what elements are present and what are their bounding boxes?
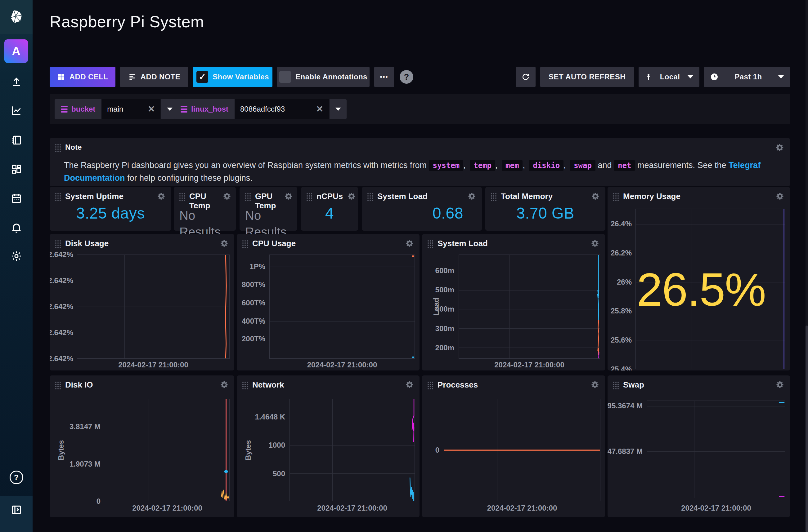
separator: , — [463, 160, 466, 170]
sidebar-item-alerts[interactable] — [0, 221, 33, 234]
variable-bucket-label[interactable]: bucket — [55, 99, 102, 119]
x-axis-label: 2024-02-17 21:00:00 — [105, 504, 229, 512]
scrollbar-track[interactable] — [806, 0, 808, 532]
cell-settings-button[interactable] — [776, 380, 785, 389]
plot-area — [459, 254, 600, 359]
x-axis-label: 2024-02-17 21:00:00 — [444, 504, 601, 512]
add-cell-button[interactable]: ADD CELL — [50, 66, 115, 87]
influxdb-cubo-icon — [8, 9, 24, 25]
cell-settings-button[interactable] — [405, 380, 414, 389]
help-icon: ? — [10, 471, 23, 484]
drag-handle[interactable] — [491, 193, 496, 201]
page-title: Raspberry Pi System — [50, 13, 204, 31]
drag-handle[interactable] — [55, 193, 61, 201]
stat-cell-system-load: System Load 0.68 — [362, 187, 482, 231]
sidebar-item-notebooks[interactable] — [0, 133, 33, 147]
cell-settings-button[interactable] — [223, 192, 232, 201]
help-question-glyph: ? — [14, 473, 19, 482]
chart-cell-processes: Processes 0 2024-02-17 21:00:00 — [422, 376, 605, 517]
stat-value: 3.25 days — [50, 204, 171, 222]
gear-icon — [591, 239, 600, 248]
drag-handle[interactable] — [307, 193, 312, 201]
variable-bucket: bucket main ✕ — [55, 99, 178, 119]
graph-icon — [11, 104, 22, 116]
dashboard-overflow-menu-button[interactable]: ••• — [374, 66, 394, 87]
drag-handle[interactable] — [427, 240, 433, 248]
cell-settings-button[interactable] — [347, 192, 356, 201]
add-cell-label: ADD CELL — [70, 73, 108, 81]
single-stat-overlay: 26.5% — [626, 263, 776, 317]
sidebar-item-data-explorer[interactable] — [0, 103, 33, 117]
timezone-dropdown[interactable]: Local — [639, 66, 699, 87]
gear-icon — [775, 143, 785, 152]
sidebar-expand-button[interactable] — [0, 503, 33, 516]
sidebar-item-settings[interactable] — [0, 249, 33, 263]
clear-value-icon[interactable]: ✕ — [148, 105, 155, 113]
drag-handle[interactable] — [55, 382, 61, 390]
gear-icon — [405, 380, 414, 389]
variable-bucket-value[interactable]: main ✕ — [102, 99, 161, 119]
enable-annotations-toggle[interactable]: Enable Annotations — [277, 66, 370, 87]
drag-handle[interactable] — [242, 240, 248, 248]
drag-lines-icon — [181, 106, 187, 113]
stat-cell-cpu-temp: CPU Temp No Results — [174, 187, 236, 231]
cell-title: System Uptime — [65, 192, 124, 201]
clear-value-icon[interactable]: ✕ — [316, 105, 323, 113]
drag-handle[interactable] — [179, 193, 185, 201]
cell-settings-button[interactable] — [591, 380, 600, 389]
x-axis-label: 2024-02-17 21:00:00 — [459, 361, 600, 369]
avatar[interactable]: A — [4, 39, 28, 63]
x-axis-label: 2024-02-17 21:00:00 — [647, 504, 785, 512]
drag-handle[interactable] — [613, 193, 619, 201]
cell-settings-button[interactable] — [775, 143, 785, 152]
dashboards-icon — [11, 164, 22, 175]
drag-handle[interactable] — [427, 382, 433, 390]
variable-linux-host: linux_host 8086adfccf93 ✕ — [175, 99, 347, 119]
influxdb-dashboard-app: A — [0, 0, 808, 532]
chart-cell-system-load: System Load Load 600m 500m 400m 300m 200… — [422, 234, 605, 370]
drag-handle[interactable] — [55, 240, 61, 248]
variable-linux-host-label[interactable]: linux_host — [175, 99, 235, 119]
variable-linux-host-dropdown-button[interactable] — [330, 99, 347, 119]
cell-settings-button[interactable] — [776, 192, 785, 201]
cell-settings-button[interactable] — [467, 192, 476, 201]
sidebar-item-tasks[interactable] — [0, 192, 33, 205]
time-range-dropdown[interactable]: Past 1h — [704, 66, 790, 87]
add-note-button[interactable]: ADD NOTE — [120, 66, 188, 87]
sidebar-item-help[interactable]: ? — [0, 471, 33, 484]
cell-settings-button[interactable] — [591, 239, 600, 248]
cell-settings-button[interactable] — [157, 192, 166, 201]
sidebar-item-upload[interactable] — [0, 74, 33, 88]
cell-settings-button[interactable] — [220, 380, 229, 389]
gear-icon — [220, 380, 229, 389]
code-chip: system — [429, 160, 463, 171]
set-auto-refresh-button[interactable]: SET AUTO REFRESH — [540, 66, 634, 87]
note-and: and — [598, 160, 611, 170]
chevron-down-icon — [167, 108, 172, 111]
gear-icon — [347, 192, 356, 201]
plot-area — [444, 399, 601, 501]
influxdb-logo[interactable] — [0, 0, 33, 34]
show-variables-toggle[interactable]: ✓ Show Variables — [193, 66, 272, 87]
cell-settings-button[interactable] — [405, 239, 414, 248]
variable-linux-host-value[interactable]: 8086adfccf93 ✕ — [235, 99, 329, 119]
cell-settings-button[interactable] — [284, 192, 293, 201]
drag-handle[interactable] — [613, 382, 619, 390]
bell-icon — [11, 222, 22, 233]
chart-cell-swap: Swap 95.3674 M 47.6837 M 2024-02-17 21:0… — [608, 376, 790, 517]
scrollbar-thumb[interactable] — [806, 325, 808, 532]
series-lines — [444, 399, 600, 501]
y-axis-ticks: 95.3674 M 47.6837 M — [608, 401, 643, 498]
drag-handle[interactable] — [245, 193, 251, 201]
stat-value: 4 — [301, 204, 358, 222]
drag-handle[interactable] — [55, 144, 61, 152]
note-text: The Raspberry Pi dashboard gives you an … — [64, 159, 776, 184]
drag-handle[interactable] — [242, 382, 248, 390]
refresh-button[interactable] — [516, 66, 536, 87]
drag-handle[interactable] — [367, 193, 373, 201]
cell-settings-button[interactable] — [220, 239, 229, 248]
sidebar-item-dashboards[interactable] — [0, 163, 33, 176]
cell-settings-button[interactable] — [591, 192, 600, 201]
plot-area — [77, 254, 229, 359]
toolbar-help-badge[interactable]: ? — [400, 70, 413, 84]
